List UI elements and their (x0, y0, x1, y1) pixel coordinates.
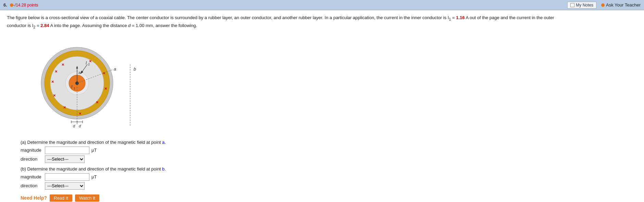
svg-text:×: × (79, 111, 82, 116)
part-b-direction-row: direction ---Select--- Into the page Out… (21, 182, 637, 190)
diagram-area: × × × × × × × × × × I 1 I 2 (21, 34, 637, 136)
svg-text:×: × (62, 62, 64, 67)
svg-text:×: × (55, 69, 58, 74)
part-a-label: (a) Determine the magnitude and directio… (21, 140, 637, 145)
part-a-direction-row: direction ---Select--- Into the page Out… (21, 155, 637, 163)
part-b-magnitude-row: magnitude μT (21, 173, 637, 181)
svg-text:×: × (96, 100, 99, 105)
watch-it-button[interactable]: Watch It (75, 194, 99, 202)
header: 6. -/14.28 points My Notes Ask Your Teac… (0, 0, 644, 10)
ask-teacher-dot (601, 3, 605, 7)
svg-text:2: 2 (88, 63, 90, 66)
ask-teacher-link[interactable]: Ask Your Teacher (601, 2, 641, 8)
my-notes-label: My Notes (576, 3, 593, 8)
coaxial-diagram: × × × × × × × × × × I 1 I 2 (21, 34, 137, 136)
ask-teacher-label: Ask Your Teacher (606, 2, 641, 8)
svg-text:×: × (103, 71, 106, 76)
svg-text:×: × (104, 86, 107, 91)
part-b-section: (b) Determine the magnitude and directio… (21, 166, 637, 190)
magnitude-b-label: magnitude (21, 174, 43, 179)
magnitude-b-input[interactable] (45, 173, 89, 181)
magnitude-a-input[interactable] (45, 147, 89, 154)
svg-text:1: 1 (74, 87, 75, 90)
svg-text:b: b (134, 66, 136, 72)
header-actions: My Notes Ask Your Teacher (567, 2, 641, 9)
unit-a: μT (91, 148, 97, 153)
direction-a-label: direction (21, 156, 43, 162)
magnitude-a-label: magnitude (21, 148, 43, 153)
svg-text:d: d (73, 124, 75, 128)
notes-checkbox-icon (570, 3, 574, 7)
read-it-button[interactable]: Read It (50, 194, 72, 202)
part-a-magnitude-row: magnitude μT (21, 147, 637, 154)
direction-a-select[interactable]: ---Select--- Into the page Out of the pa… (45, 155, 85, 163)
part-b-label: (b) Determine the magnitude and directio… (21, 166, 637, 172)
need-help-row: Need Help? Read It Watch It (21, 194, 637, 202)
main-content: The figure below is a cross-sectional vi… (0, 10, 644, 202)
svg-text:×: × (53, 93, 56, 98)
points-display: -/14.28 points (13, 3, 568, 8)
svg-text:a: a (78, 71, 80, 75)
points-dot (10, 3, 13, 7)
svg-text:×: × (51, 79, 54, 84)
question-number: 6. (3, 2, 7, 8)
problem-text: The figure below is a cross-sectional vi… (7, 14, 555, 30)
svg-text:d: d (79, 124, 81, 128)
my-notes-button[interactable]: My Notes (567, 2, 596, 9)
part-a-section: (a) Determine the magnitude and directio… (21, 140, 637, 163)
direction-b-label: direction (21, 183, 43, 188)
svg-text:a: a (114, 66, 116, 72)
unit-b: μT (91, 174, 97, 179)
direction-b-select[interactable]: ---Select--- Into the page Out of the pa… (45, 182, 85, 190)
svg-text:×: × (63, 105, 66, 110)
need-help-label: Need Help? (21, 195, 47, 201)
